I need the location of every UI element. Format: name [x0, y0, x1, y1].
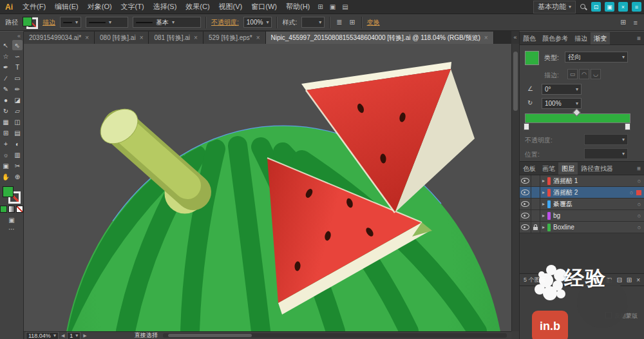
column-graph-tool[interactable]: ▥	[12, 150, 23, 160]
app-logo[interactable]: Ai	[3, 3, 18, 12]
eraser-tool[interactable]: ◪	[12, 95, 23, 105]
symbol-sprayer-tool[interactable]: ☼	[1, 150, 11, 160]
vertical-scroll-thumb[interactable]	[513, 52, 518, 111]
close-icon[interactable]: ×	[256, 34, 260, 41]
stroke-along-icon[interactable]: ◠	[579, 69, 589, 79]
visibility-toggle[interactable]	[520, 222, 531, 233]
close-icon[interactable]: ×	[194, 34, 198, 41]
panel-menu-icon[interactable]: ≡	[634, 35, 644, 42]
gradient-swatch[interactable]	[525, 51, 539, 65]
isolate-icon[interactable]: ⊞	[619, 18, 627, 26]
make-clip-mask-icon[interactable]: ◧	[606, 276, 612, 284]
vertical-scrollbar[interactable]	[511, 44, 519, 331]
next-artboard-button[interactable]: ▶	[83, 333, 86, 338]
lock-toggle[interactable]	[531, 187, 540, 198]
menu-object[interactable]: 对象(O)	[83, 0, 117, 14]
expand-icon[interactable]: ▸	[540, 189, 547, 195]
target-icon[interactable]: ○	[634, 224, 644, 231]
menu-help[interactable]: 帮助(H)	[281, 0, 314, 14]
visibility-toggle[interactable]	[520, 210, 531, 221]
menu-type[interactable]: 文字(T)	[117, 0, 149, 14]
gradient-stop-left[interactable]	[524, 123, 529, 130]
gradient-type-dropdown[interactable]: 径向 ▾	[565, 52, 628, 63]
layout-icon[interactable]: ▤	[339, 3, 351, 10]
menu-effect[interactable]: 效果(C)	[181, 0, 214, 14]
layer-row[interactable]: ▸ Boxline ○	[520, 222, 644, 233]
close-icon[interactable]: ×	[85, 34, 89, 41]
expand-icon[interactable]: ▸	[540, 224, 547, 230]
capture-menu-icon[interactable]: ≡	[632, 2, 641, 12]
fill-swatch[interactable]	[3, 186, 14, 197]
menu-select[interactable]: 选择(S)	[149, 0, 182, 14]
tab-stroke[interactable]: 描边	[571, 32, 591, 44]
capture-region-icon[interactable]: ⊡	[591, 2, 601, 12]
close-icon[interactable]: ×	[484, 34, 488, 41]
artboard-canvas[interactable]	[24, 44, 511, 331]
paintbrush-tool[interactable]: ✎	[1, 84, 11, 94]
document-tab[interactable]: 081 [转换].ai ×	[149, 32, 203, 44]
artboard-navigation[interactable]: 1 ▾	[67, 332, 80, 339]
opacity-link[interactable]: 不透明度:	[211, 18, 239, 27]
layer-row-selected[interactable]: ▸ 酒摇醅 2 ○	[520, 187, 644, 199]
selection-tool[interactable]: ↖	[1, 40, 11, 50]
opacity-dropdown[interactable]: 100% ▾	[243, 17, 272, 28]
zoom-tool[interactable]: ⊕	[12, 171, 23, 182]
layer-row[interactable]: ▸ 酒摇醅 1 ○	[520, 175, 644, 187]
visibility-toggle[interactable]	[520, 175, 531, 186]
fill-stroke-indicator[interactable]	[3, 186, 21, 204]
layer-name[interactable]: Boxline	[553, 224, 634, 231]
stroke-link[interactable]: 描边	[43, 18, 55, 27]
tab-pathfinder[interactable]: 路径查找器	[578, 162, 616, 175]
stroke-within-icon[interactable]: ▭	[567, 69, 578, 79]
menu-edit[interactable]: 编辑(E)	[50, 0, 83, 14]
release-icon[interactable]: ⊟	[616, 276, 621, 284]
style-dropdown[interactable]: ▾	[301, 17, 325, 28]
document-tab-active[interactable]: Nipic_455997_20150808155348604000 [转换].a…	[266, 32, 494, 44]
brush-definition-dropdown[interactable]: 基本 ▾	[133, 17, 201, 28]
screen-mode-icon[interactable]: ⋯	[8, 226, 15, 233]
visibility-toggle[interactable]	[520, 199, 531, 209]
target-icon[interactable]: ○	[634, 178, 644, 184]
target-icon[interactable]: ○	[634, 201, 644, 208]
expand-icon[interactable]: ▸	[540, 201, 547, 207]
hand-tool[interactable]: ✋	[1, 171, 11, 182]
rotate-tool[interactable]: ↻	[1, 106, 11, 116]
layer-name[interactable]: bg	[553, 212, 634, 219]
horizontal-scrollbar[interactable]	[163, 333, 507, 338]
gradient-scale-input[interactable]: 100% ▾	[542, 98, 582, 109]
artwork[interactable]	[24, 44, 511, 331]
zoom-level-dropdown[interactable]: 118.04% ▾	[26, 332, 59, 339]
eyedropper-tool[interactable]: +	[1, 139, 11, 149]
magic-wand-tool[interactable]: ☆	[1, 51, 11, 61]
delete-layer-icon[interactable]: ×	[636, 276, 640, 284]
gradient-angle-input[interactable]: 0° ▾	[542, 84, 582, 95]
invert-mask-checkbox[interactable]: 反相蒙版	[605, 312, 638, 320]
scale-tool[interactable]: ▱	[12, 106, 23, 116]
transform-link[interactable]: 变换	[367, 18, 380, 27]
menu-window[interactable]: 窗口(W)	[247, 0, 281, 14]
color-button[interactable]	[0, 206, 7, 213]
layer-row[interactable]: ▸ bg ○	[520, 210, 644, 222]
collapse-toolbar-icon[interactable]: «	[0, 32, 23, 40]
stop-opacity-input[interactable]: ▾	[584, 134, 628, 145]
selection-indicator[interactable]	[636, 190, 641, 195]
rectangle-tool[interactable]: ▭	[12, 73, 23, 83]
close-icon[interactable]: ×	[140, 34, 144, 41]
blob-brush-tool[interactable]: ●	[1, 95, 11, 105]
blend-tool[interactable]: ◐	[12, 139, 23, 149]
fill-swatch[interactable]	[23, 17, 32, 26]
capture-close-icon[interactable]: ×	[618, 2, 628, 12]
layer-name[interactable]: 綦覆磊	[553, 200, 634, 209]
pen-tool[interactable]: ✒	[1, 62, 11, 72]
lock-toggle[interactable]	[531, 175, 540, 186]
draw-mode-icon[interactable]: ▣	[8, 217, 14, 224]
stop-position-input[interactable]: ▾	[584, 148, 628, 159]
tab-brushes[interactable]: 画笔	[539, 162, 558, 175]
capture-window-icon[interactable]: ▣	[605, 2, 614, 12]
free-transform-tool[interactable]: ▦	[1, 117, 11, 127]
artboard-tool[interactable]: ▣	[1, 160, 11, 171]
layer-name[interactable]: 酒摇醅 1	[553, 177, 634, 186]
pencil-tool[interactable]: ✏	[12, 84, 23, 94]
stroke-weight-dropdown[interactable]: ▾	[60, 17, 81, 28]
gradient-tool[interactable]: ▤	[12, 128, 23, 138]
